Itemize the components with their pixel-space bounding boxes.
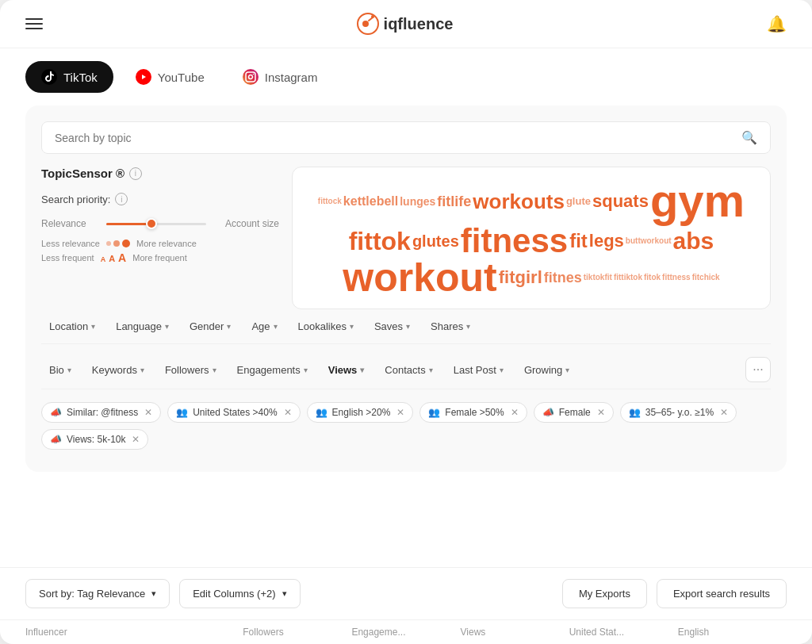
dot-large	[122, 240, 130, 247]
less-frequent-label: Less frequent	[41, 253, 94, 263]
dot-small	[106, 241, 111, 246]
word-fittok: fittok	[349, 228, 411, 254]
remove-filter-age[interactable]: ✕	[720, 407, 728, 418]
menu-icon[interactable]	[25, 18, 43, 29]
filter-language[interactable]: Language ▾	[108, 316, 177, 337]
remove-filter-english[interactable]: ✕	[396, 407, 404, 418]
svg-point-8	[252, 74, 254, 75]
filter-followers[interactable]: Followers ▾	[157, 359, 224, 381]
search-icon: 🔍	[741, 130, 757, 145]
word-fitlife: fitlife	[437, 194, 471, 209]
less-relevance-label: Less relevance	[41, 239, 100, 248]
filter-location[interactable]: Location ▾	[41, 316, 103, 337]
relevance-dots	[106, 240, 130, 247]
relevance-label: Relevance	[41, 218, 97, 229]
sort-label: Sort by: Tag Relevance	[39, 588, 145, 600]
remove-filter-female-pct[interactable]: ✕	[511, 407, 519, 418]
audience-icon: 👥	[629, 407, 641, 418]
megaphone-icon: 📣	[542, 407, 554, 418]
word-fittiktok: fittiktok	[614, 274, 642, 282]
word-abs: abs	[673, 229, 714, 253]
remove-filter-similar[interactable]: ✕	[144, 407, 152, 418]
tiktok-icon	[41, 69, 57, 85]
filter-gender[interactable]: Gender ▾	[182, 316, 239, 337]
filter-age[interactable]: Age ▾	[243, 316, 285, 337]
chevron-down-icon: ▾	[67, 366, 71, 374]
tab-tiktok[interactable]: TikTok	[25, 61, 113, 93]
th-engagements: Engageme...	[351, 627, 460, 638]
instagram-icon	[243, 69, 259, 85]
th-influencer: Influencer	[25, 627, 243, 638]
word-fitgirl: fitgirl	[499, 269, 542, 286]
remove-filter-female[interactable]: ✕	[597, 407, 605, 418]
frequency-legend-row: Less frequent A A A More frequent	[41, 251, 279, 264]
export-results-label: Export search results	[673, 588, 770, 600]
word-squats: squats	[592, 193, 649, 210]
filter-last-post[interactable]: Last Post ▾	[446, 359, 511, 381]
filter-contacts[interactable]: Contacts ▾	[377, 359, 440, 381]
topic-sensor-title: TopicSensor ®	[41, 167, 124, 180]
chevron-down-icon: ▾	[165, 322, 169, 331]
filter-tag-similar-text: Similar: @fitness	[67, 407, 138, 418]
audience-icon: 👥	[176, 407, 188, 418]
my-exports-label: My Exports	[579, 588, 630, 600]
topic-sensor-header: TopicSensor ® i	[41, 167, 279, 180]
word-tiktokfit: tiktokfit	[584, 274, 612, 282]
chevron-down-icon: ▾	[466, 322, 470, 331]
bottom-bar: Sort by: Tag Relevance ▾ Edit Columns (+…	[0, 567, 812, 619]
filter-bio[interactable]: Bio ▾	[41, 359, 79, 381]
chevron-down-icon: ▾	[500, 366, 504, 374]
letter-small: A	[101, 255, 106, 263]
filter-growing[interactable]: Growing ▾	[516, 359, 577, 381]
filter-keywords[interactable]: Keywords ▾	[84, 359, 152, 381]
topic-sensor-info-icon[interactable]: i	[129, 167, 142, 180]
active-filters: 📣 Similar: @fitness ✕ 👥 United States >4…	[41, 396, 771, 456]
svg-point-7	[248, 75, 252, 79]
remove-filter-views[interactable]: ✕	[132, 434, 140, 445]
slider-row: Relevance Account size	[41, 218, 279, 229]
my-exports-button[interactable]: My Exports	[562, 579, 647, 608]
instagram-tab-label: Instagram	[265, 71, 318, 84]
tab-instagram[interactable]: Instagram	[227, 61, 334, 93]
th-english: English	[678, 627, 787, 638]
filter-tag-female-pct-text: Female >50%	[445, 407, 504, 418]
filter-saves[interactable]: Saves ▾	[366, 316, 418, 337]
chevron-down-icon: ▾	[360, 366, 364, 374]
filter-shares[interactable]: Shares ▾	[423, 316, 478, 337]
filter-tag-female: 📣 Female ✕	[534, 402, 614, 423]
word-glute: glute	[566, 196, 591, 206]
more-filters-button[interactable]: ···	[745, 357, 771, 382]
filter-views[interactable]: Views ▾	[320, 359, 373, 381]
logo: iqfluence	[357, 13, 454, 35]
notification-icon[interactable]: 🔔	[767, 14, 787, 33]
edit-columns-button[interactable]: Edit Columns (+2) ▾	[179, 579, 300, 608]
remove-filter-us[interactable]: ✕	[284, 407, 292, 418]
search-priority-info-icon[interactable]: i	[115, 193, 128, 205]
sort-button[interactable]: Sort by: Tag Relevance ▾	[25, 579, 170, 608]
filter-row-1: Location ▾ Language ▾ Gender ▾ Age ▾ Loo…	[41, 309, 771, 344]
chevron-down-icon: ▾	[213, 366, 216, 374]
filter-tag-us: 👥 United States >40% ✕	[167, 402, 300, 423]
megaphone-icon: 📣	[50, 407, 62, 418]
chevron-down-icon: ▾	[406, 322, 410, 331]
filter-tag-english-text: English >20%	[332, 407, 391, 418]
word-glutes: glutes	[412, 233, 459, 249]
word-legs: legs	[589, 232, 624, 250]
word-cloud: fittock kettlebell lunges fitlife workou…	[292, 167, 771, 309]
th-followers: Followers	[243, 627, 351, 638]
search-bar[interactable]: 🔍	[41, 121, 771, 154]
relevance-slider[interactable]	[106, 223, 206, 225]
filter-lookalikes[interactable]: Lookalikes ▾	[290, 316, 362, 337]
filter-engagements[interactable]: Engagements ▾	[229, 359, 316, 381]
word-fittock: fittock	[318, 197, 342, 205]
word-gym: gym	[650, 180, 745, 221]
search-input[interactable]	[55, 132, 735, 144]
svg-point-3	[371, 15, 374, 18]
dot-medium	[113, 240, 120, 247]
audience-icon: 👥	[316, 407, 327, 418]
account-size-label: Account size	[216, 218, 279, 229]
export-search-results-button[interactable]: Export search results	[657, 579, 787, 608]
chevron-down-icon: ▾	[91, 322, 95, 331]
tab-youtube[interactable]: YouTube	[120, 61, 220, 93]
word-workout: workout	[343, 260, 496, 296]
